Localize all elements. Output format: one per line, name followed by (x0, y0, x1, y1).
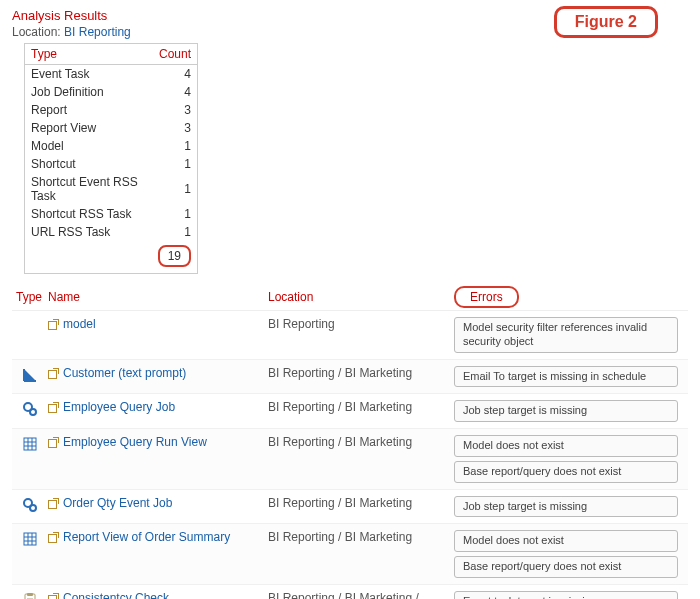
table-row: Employee Query JobBI Reporting / BI Mark… (12, 394, 688, 429)
row-type-icon (12, 591, 48, 599)
summary-row: Shortcut1 (25, 155, 197, 173)
results-list: modelBI ReportingModel security filter r… (12, 311, 688, 599)
column-header-location: Location (268, 290, 454, 304)
row-type-icon (12, 530, 48, 547)
summary-row-count: 3 (153, 101, 197, 119)
summary-total: 19 (158, 245, 191, 267)
summary-row: Report View3 (25, 119, 197, 137)
row-name-cell: Order Qty Event Job (48, 496, 268, 510)
error-chip: Job step target is missing (454, 400, 678, 422)
triangle-icon (22, 367, 38, 383)
row-errors: Model does not existBase report/query do… (454, 530, 688, 578)
summary-row-type: Job Definition (25, 83, 153, 101)
row-name-cell: Employee Query Job (48, 400, 268, 414)
column-header-name: Name (48, 290, 268, 304)
row-name-link[interactable]: Employee Query Run View (63, 435, 207, 449)
summary-row-count: 1 (153, 223, 197, 241)
row-type-icon (12, 400, 48, 417)
summary-row-type: URL RSS Task (25, 223, 153, 241)
gears-icon (22, 401, 38, 417)
open-icon (48, 498, 59, 509)
summary-row: Event Task4 (25, 65, 197, 84)
row-name-link[interactable]: model (63, 317, 96, 331)
table-row: Customer (text prompt)BI Reporting / BI … (12, 360, 688, 395)
row-location: BI Reporting / BI Marketing (268, 435, 454, 450)
open-icon (48, 368, 59, 379)
row-errors: Email To target is missing in schedule (454, 366, 688, 388)
open-icon (48, 319, 59, 330)
error-chip: Email To target is missing in schedule (454, 366, 678, 388)
summary-row: URL RSS Task1 (25, 223, 197, 241)
row-location: BI Reporting / BI Marketing (268, 530, 454, 545)
summary-row-count: 1 (153, 155, 197, 173)
summary-header-count: Count (153, 44, 197, 65)
row-errors: Model does not existBase report/query do… (454, 435, 688, 483)
row-errors: Model security filter references invalid… (454, 317, 688, 353)
row-name-cell: Report View of Order Summary (48, 530, 268, 544)
results-header: Type Name Location Errors (12, 284, 688, 311)
table-row: Report View of Order SummaryBI Reporting… (12, 524, 688, 585)
error-chip: Event task target is missing (454, 591, 678, 599)
summary-row: Model1 (25, 137, 197, 155)
row-name-link[interactable]: Report View of Order Summary (63, 530, 230, 544)
column-header-errors: Errors (454, 286, 688, 308)
summary-row-type: Shortcut RSS Task (25, 205, 153, 223)
error-chip: Model does not exist (454, 530, 678, 552)
grid-icon (22, 436, 38, 452)
summary-row-count: 4 (153, 65, 197, 84)
row-location: BI Reporting / BI Marketing (268, 400, 454, 415)
summary-row-type: Report View (25, 119, 153, 137)
error-chip: Base report/query does not exist (454, 461, 678, 483)
error-chip: Job step target is missing (454, 496, 678, 518)
summary-row: Report3 (25, 101, 197, 119)
open-icon (48, 437, 59, 448)
column-header-type: Type (12, 290, 48, 304)
summary-row: Shortcut Event RSS Task1 (25, 173, 197, 205)
location-value: BI Reporting (64, 25, 131, 39)
row-name-link[interactable]: Order Qty Event Job (63, 496, 172, 510)
figure-badge: Figure 2 (554, 6, 658, 38)
gears-icon (22, 497, 38, 513)
summary-header-type: Type (25, 44, 153, 65)
summary-row-type: Shortcut (25, 155, 153, 173)
summary-row-type: Event Task (25, 65, 153, 84)
summary-table: Type Count Event Task4Job Definition4Rep… (24, 43, 198, 274)
error-chip: Model security filter references invalid… (454, 317, 678, 353)
summary-row-type: Model (25, 137, 153, 155)
error-chip: Base report/query does not exist (454, 556, 678, 578)
row-location: BI Reporting / BI Marketing (268, 366, 454, 381)
row-errors: Job step target is missing (454, 496, 688, 518)
row-name-cell: Consistentcy Check (48, 591, 268, 599)
summary-row-type: Report (25, 101, 153, 119)
open-icon (48, 593, 59, 599)
summary-row: Job Definition4 (25, 83, 197, 101)
table-row: Consistentcy CheckBI Reporting / BI Mark… (12, 585, 688, 599)
row-location: BI Reporting / BI Marketing / Order Qty … (268, 591, 454, 599)
clipboard-icon (22, 592, 38, 599)
location-label: Location: (12, 25, 61, 39)
summary-row-type: Shortcut Event RSS Task (25, 173, 153, 205)
row-errors: Job step target is missing (454, 400, 688, 422)
summary-row-count: 1 (153, 205, 197, 223)
errors-header-pill: Errors (454, 286, 519, 308)
row-location: BI Reporting / BI Marketing (268, 496, 454, 511)
row-location: BI Reporting (268, 317, 454, 332)
row-type-icon (12, 317, 48, 318)
open-icon (48, 402, 59, 413)
summary-row-count: 1 (153, 173, 197, 205)
table-row: modelBI ReportingModel security filter r… (12, 311, 688, 360)
row-name-cell: Employee Query Run View (48, 435, 268, 449)
row-type-icon (12, 496, 48, 513)
table-row: Order Qty Event JobBI Reporting / BI Mar… (12, 490, 688, 525)
row-name-link[interactable]: Consistentcy Check (63, 591, 169, 599)
row-name-cell: Customer (text prompt) (48, 366, 268, 380)
table-row: Employee Query Run ViewBI Reporting / BI… (12, 429, 688, 490)
open-icon (48, 532, 59, 543)
summary-row-count: 3 (153, 119, 197, 137)
row-name-link[interactable]: Customer (text prompt) (63, 366, 186, 380)
summary-row-count: 4 (153, 83, 197, 101)
row-name-link[interactable]: Employee Query Job (63, 400, 175, 414)
summary-row-count: 1 (153, 137, 197, 155)
row-errors: Event task target is missing (454, 591, 688, 599)
row-type-icon (12, 366, 48, 383)
